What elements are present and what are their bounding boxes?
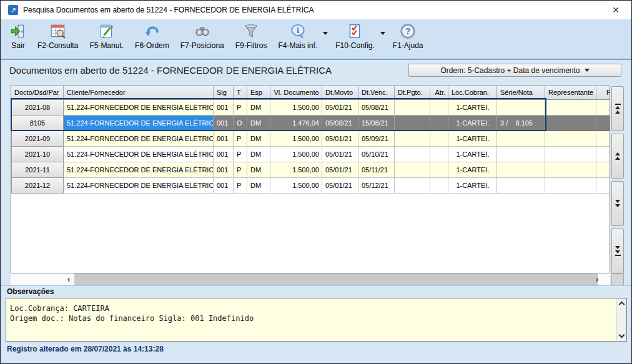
cell[interactable]: 15/08/21 xyxy=(358,116,395,131)
cell[interactable] xyxy=(430,131,448,147)
cell[interactable] xyxy=(430,100,448,116)
cell[interactable]: 05/10/21 xyxy=(358,147,395,162)
cell[interactable]: DM xyxy=(247,100,270,116)
cell[interactable] xyxy=(430,162,448,178)
cell[interactable]: 05/08/21 xyxy=(358,100,395,116)
scroll-right-icon[interactable]: › xyxy=(591,274,603,285)
column-header[interactable]: R xyxy=(596,86,610,100)
cell[interactable]: 001 xyxy=(214,100,234,116)
cell[interactable]: 1.500,00 xyxy=(270,178,322,194)
cell[interactable]: 1-CARTEI. xyxy=(448,131,497,147)
cell[interactable]: P xyxy=(234,147,247,162)
column-header[interactable]: T xyxy=(234,86,247,100)
f1-ajuda-button[interactable]: ? F1-Ajuda xyxy=(387,23,429,50)
cell[interactable] xyxy=(545,178,596,194)
cell[interactable]: 51.224-FORNECEDOR DE ENERGIA ELÉTRICA xyxy=(64,100,214,116)
cell[interactable]: DM xyxy=(247,178,270,194)
cell[interactable]: 1.476,04 xyxy=(270,116,322,131)
cell[interactable]: P xyxy=(234,100,247,116)
go-first-button[interactable] xyxy=(611,86,624,131)
cell[interactable]: 1.500,00 xyxy=(270,147,322,162)
column-header[interactable]: Atr. xyxy=(430,86,448,100)
table-row[interactable]: 2021-1051.224-FORNECEDOR DE ENERGIA ELÉT… xyxy=(11,147,610,162)
cell[interactable] xyxy=(545,147,596,162)
column-header[interactable]: Docto/Dsd/Par xyxy=(11,86,64,100)
cell[interactable]: 05/01/21 xyxy=(322,147,358,162)
cell[interactable] xyxy=(545,116,596,131)
cell[interactable]: O xyxy=(234,116,247,131)
cell[interactable]: 001 xyxy=(214,131,234,147)
cell[interactable] xyxy=(596,162,610,178)
column-header[interactable]: Cliente/Fornecedor xyxy=(64,86,214,100)
cell[interactable] xyxy=(596,131,610,147)
column-header[interactable]: Loc.Cobran. xyxy=(448,86,497,100)
f10-config-button[interactable]: F10-Config. xyxy=(330,23,380,50)
cell[interactable]: 001 xyxy=(214,162,234,178)
cell[interactable] xyxy=(395,100,430,116)
f5-manut-button[interactable]: F5-Manut. xyxy=(84,23,129,50)
cell[interactable]: 05/09/21 xyxy=(358,131,395,147)
cell[interactable]: 05/11/21 xyxy=(358,162,395,178)
horizontal-scrollbar-thumb[interactable] xyxy=(74,273,598,286)
cell[interactable] xyxy=(596,116,610,131)
table-row[interactable]: 810551.224-FORNECEDOR DE ENERGIA ELÉTRIC… xyxy=(11,116,610,131)
mais-inf-dropdown-arrow-icon[interactable] xyxy=(323,32,328,35)
cell[interactable]: 1.500,00 xyxy=(270,162,322,178)
cell[interactable]: 001 xyxy=(214,116,234,131)
cell[interactable] xyxy=(395,131,430,147)
cell[interactable] xyxy=(545,131,596,147)
cell[interactable]: 05/01/21 xyxy=(322,131,358,147)
page-up-button[interactable] xyxy=(611,134,624,179)
cell[interactable] xyxy=(395,147,430,162)
observacoes-textarea[interactable]: Loc.Cobrança: CARTEIRA Origem doc.: Nota… xyxy=(6,298,627,342)
cell[interactable]: 1-CARTEI. xyxy=(448,116,497,131)
column-header[interactable]: Representante xyxy=(545,86,596,100)
cell[interactable]: 1-CARTEI. xyxy=(448,162,497,178)
row-header-cell[interactable]: 2021-09 xyxy=(11,131,64,147)
cell[interactable]: 51.224-FORNECEDOR DE ENERGIA ELÉTRICA xyxy=(64,147,214,162)
cell[interactable]: P xyxy=(234,131,247,147)
cell[interactable] xyxy=(497,100,545,116)
cell[interactable] xyxy=(596,147,610,162)
column-header[interactable]: Sig xyxy=(214,86,234,100)
row-header-cell[interactable]: 2021-12 xyxy=(11,178,64,194)
cell[interactable] xyxy=(497,147,545,162)
cell[interactable] xyxy=(395,178,430,194)
cell[interactable]: 3 / 8.105 xyxy=(497,116,545,131)
f9-filtros-button[interactable]: F9-Filtros xyxy=(230,23,273,50)
observacoes-scrollbar[interactable] xyxy=(616,298,626,341)
cell[interactable]: 001 xyxy=(214,178,234,194)
cell[interactable]: 1-CARTEI. xyxy=(448,178,497,194)
cell[interactable]: 51.224-FORNECEDOR DE ENERGIA ELÉTRICA xyxy=(64,116,214,131)
cell[interactable] xyxy=(430,147,448,162)
cell[interactable] xyxy=(430,116,448,131)
scroll-up-icon[interactable] xyxy=(619,302,625,308)
page-down-button[interactable] xyxy=(611,181,624,226)
column-header[interactable]: Dt.Pgto. xyxy=(395,86,430,100)
row-header-cell[interactable]: 2021-08 xyxy=(11,100,64,116)
row-header-cell[interactable]: 8105 xyxy=(11,116,64,131)
cell[interactable] xyxy=(395,162,430,178)
cell[interactable]: 51.224-FORNECEDOR DE ENERGIA ELÉTRICA xyxy=(64,131,214,147)
cell[interactable] xyxy=(497,162,545,178)
cell[interactable] xyxy=(545,162,596,178)
column-header[interactable]: Série/Nota xyxy=(497,86,545,100)
go-last-button[interactable] xyxy=(611,229,624,273)
f4-mais-inf-button[interactable]: i F4-Mais inf. xyxy=(272,23,323,50)
cell[interactable] xyxy=(596,100,610,116)
cell[interactable]: DM xyxy=(247,116,270,131)
scroll-down-icon[interactable] xyxy=(619,332,625,338)
table-row[interactable]: 2021-0851.224-FORNECEDOR DE ENERGIA ELÉT… xyxy=(11,100,610,116)
f2-consulta-button[interactable]: F2-Consulta xyxy=(32,23,84,50)
f6-ordem-button[interactable]: F6-Ordem xyxy=(129,23,175,50)
cell[interactable]: 51.224-FORNECEDOR DE ENERGIA ELÉTRICA xyxy=(64,162,214,178)
cell[interactable]: 1.500,00 xyxy=(270,100,322,116)
order-dropdown-button[interactable]: Ordem: 5-Cadastro + Data de vencimento xyxy=(408,64,621,77)
cell[interactable]: P xyxy=(234,178,247,194)
cell[interactable]: 05/01/21 xyxy=(322,162,358,178)
f7-posiciona-button[interactable]: F7-Posiciona xyxy=(175,23,230,50)
cell[interactable]: 001 xyxy=(214,147,234,162)
cell[interactable] xyxy=(545,100,596,116)
table-row[interactable]: 2021-1251.224-FORNECEDOR DE ENERGIA ELÉT… xyxy=(11,178,610,194)
cell[interactable]: 05/08/21 xyxy=(322,116,358,131)
